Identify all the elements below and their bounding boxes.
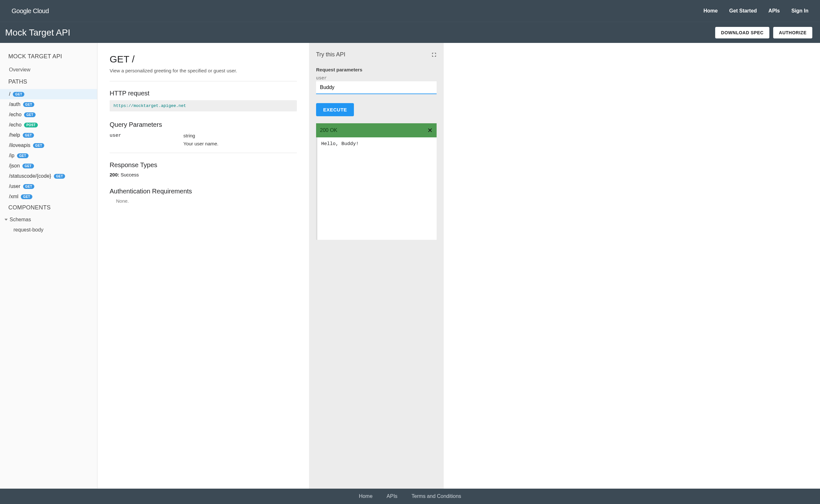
sidebar-path-item[interactable]: /iloveapisGET — [0, 140, 97, 150]
api-title: Mock Target API — [5, 28, 70, 38]
sidebar-path-item[interactable]: /userGET — [0, 181, 97, 191]
authorize-button[interactable]: AUTHORIZE — [773, 27, 812, 38]
sidebar-paths-list: /GET/authGET/echoGET/echoPOST/helpGET/il… — [0, 89, 97, 202]
gcloud-logo-text: Google Cloud — [12, 7, 49, 15]
sidebar-path-item[interactable]: /echoGET — [0, 110, 97, 120]
endpoint-title: GET / — [110, 54, 297, 65]
sidebar-api-heading: MOCK TARGET API — [0, 51, 97, 64]
method-badge: GET — [24, 112, 36, 117]
nav-apis[interactable]: APIs — [768, 8, 780, 14]
param-user-label: user — [316, 76, 437, 81]
api-title-bar: Mock Target API DOWNLOAD SPEC AUTHORIZE — [0, 22, 820, 43]
sidebar-path-item[interactable]: /statuscode/{code}GET — [0, 171, 97, 181]
sidebar-path-item[interactable]: /helpGET — [0, 130, 97, 140]
divider — [110, 153, 297, 153]
auth-heading: Authentication Requirements — [110, 188, 297, 195]
auth-text: None. — [110, 198, 297, 204]
logo: Google Cloud — [12, 7, 49, 15]
method-badge: GET — [13, 92, 24, 97]
path-label: /echo — [9, 122, 21, 128]
http-request-url: https://mocktarget.apigee.net — [110, 100, 297, 111]
method-badge: GET — [22, 164, 34, 168]
footer-apis[interactable]: APIs — [387, 493, 398, 499]
schema-item[interactable]: request-body — [0, 224, 97, 235]
divider — [110, 81, 297, 81]
method-badge: GET — [33, 143, 45, 148]
execute-button[interactable]: EXECUTE — [316, 103, 354, 116]
path-label: /json — [9, 163, 20, 169]
nav-sign-in[interactable]: Sign In — [791, 8, 808, 14]
method-badge: GET — [23, 184, 35, 189]
sidebar: MOCK TARGET API Overview PATHS /GET/auth… — [0, 43, 97, 489]
sidebar-paths-heading: PATHS — [0, 76, 97, 89]
sidebar-components-heading: COMPONENTS — [0, 202, 97, 215]
query-params-heading: Query Parameters — [110, 121, 297, 128]
path-label: / — [9, 91, 10, 97]
method-badge: GET — [23, 102, 35, 107]
response-types-heading: Response Types — [110, 161, 297, 169]
response-code: 200: — [110, 172, 119, 177]
footer: Home APIs Terms and Conditions — [0, 489, 820, 504]
nav-get-started[interactable]: Get Started — [729, 8, 757, 14]
response-type-line: 200: Success — [110, 172, 297, 177]
footer-home[interactable]: Home — [359, 493, 373, 499]
method-badge: GET — [17, 153, 29, 158]
footer-terms[interactable]: Terms and Conditions — [412, 493, 461, 499]
sidebar-overview[interactable]: Overview — [0, 64, 97, 76]
query-param-row: userstringYour user name. — [110, 132, 297, 148]
main-content: GET / View a personalized greeting for t… — [97, 43, 309, 489]
top-nav-links: Home Get Started APIs Sign In — [703, 8, 808, 14]
try-api-panel: Try this API Request parameters user EXE… — [309, 43, 444, 489]
response-status-text: 200 OK — [320, 127, 337, 133]
sidebar-schemas-label: Schemas — [10, 217, 31, 223]
nav-home[interactable]: Home — [703, 8, 718, 14]
param-name: user — [110, 133, 170, 146]
response-text: Success — [119, 172, 139, 177]
endpoint-description: View a personalized greeting for the spe… — [110, 68, 297, 73]
sidebar-path-item[interactable]: /authGET — [0, 99, 97, 110]
top-nav-bar: Google Cloud Home Get Started APIs Sign … — [0, 0, 820, 22]
sidebar-path-item[interactable]: /GET — [0, 89, 97, 99]
param-type: string — [183, 133, 297, 138]
chevron-down-icon — [4, 219, 8, 221]
try-api-title: Try this API — [316, 51, 345, 58]
method-badge: GET — [23, 133, 34, 138]
path-label: /statuscode/{code} — [9, 173, 51, 179]
download-spec-button[interactable]: DOWNLOAD SPEC — [715, 27, 769, 38]
response-status-bar: 200 OK ✕ — [316, 123, 437, 137]
expand-icon[interactable] — [431, 52, 437, 57]
method-badge: GET — [54, 174, 65, 179]
param-desc: Your user name. — [183, 141, 297, 146]
http-request-heading: HTTP request — [110, 90, 297, 97]
request-params-heading: Request parameters — [316, 67, 437, 72]
method-badge: GET — [21, 194, 32, 199]
sidebar-path-item[interactable]: /jsonGET — [0, 161, 97, 171]
sidebar-path-item[interactable]: /xmlGET — [0, 191, 97, 202]
method-badge: POST — [24, 123, 38, 127]
path-label: /help — [9, 132, 20, 138]
sidebar-path-item[interactable]: /echoPOST — [0, 120, 97, 130]
path-label: /user — [9, 183, 20, 189]
subbar-actions: DOWNLOAD SPEC AUTHORIZE — [715, 27, 815, 38]
response-body: Hello, Buddy! — [316, 137, 437, 240]
path-label: /xml — [9, 194, 18, 199]
path-label: /ip — [9, 153, 14, 159]
close-icon[interactable]: ✕ — [427, 126, 433, 134]
param-user-input[interactable] — [316, 81, 437, 94]
path-label: /echo — [9, 112, 21, 118]
path-label: /auth — [9, 102, 20, 107]
sidebar-schemas-toggle[interactable]: Schemas — [0, 215, 97, 224]
sidebar-path-item[interactable]: /ipGET — [0, 150, 97, 161]
path-label: /iloveapis — [9, 142, 30, 148]
